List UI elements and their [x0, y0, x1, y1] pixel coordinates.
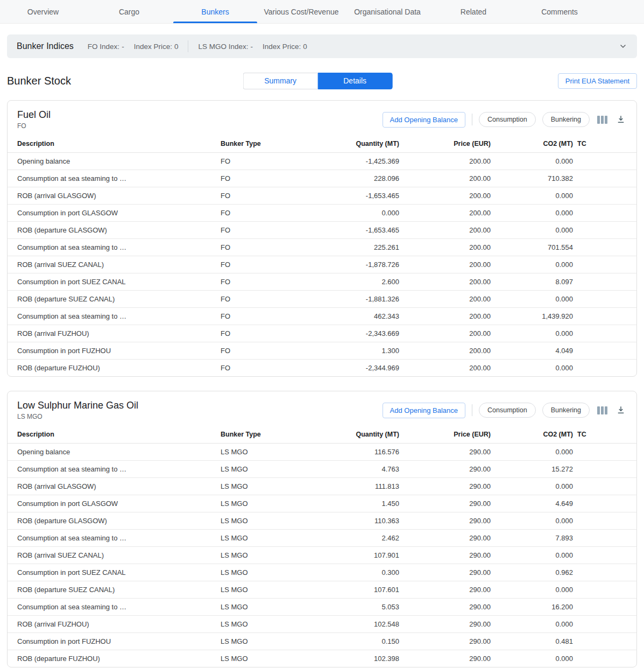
table-row: Consumption in port FUZHOULS MGO0.150290…	[8, 633, 636, 650]
table-cell: LS MGO	[218, 478, 341, 495]
table-cell: 710.382	[493, 170, 575, 187]
table-cell	[575, 564, 636, 581]
table-cell	[575, 222, 636, 239]
table-cell: FO	[218, 360, 341, 377]
table-cell: 290.00	[401, 616, 493, 633]
fuel-oil-card: Fuel Oil FO Add Opening Balance Consumpt…	[7, 100, 637, 377]
table-cell	[575, 512, 636, 530]
table-cell: LS MGO	[218, 633, 341, 650]
header-bunker-type: Bunker Type	[218, 135, 341, 153]
table-cell: Consumption in port FUZHOU	[8, 633, 218, 650]
table-cell: Consumption in port FUZHOU	[8, 342, 218, 360]
table-cell: 7.893	[493, 530, 575, 547]
table-cell: 0.000	[493, 444, 575, 461]
table-cell: 1.300	[341, 342, 401, 360]
lsmgo-index-value: -	[250, 43, 253, 51]
table-cell: 200.00	[401, 342, 493, 360]
table-cell: FO	[218, 187, 341, 205]
columns-icon[interactable]	[596, 405, 608, 416]
table-row: Consumption in port SUEZ CANALFO2.600200…	[8, 273, 636, 291]
table-cell: 16.200	[493, 599, 575, 616]
table-cell: 0.000	[493, 325, 575, 342]
table-row: Consumption at sea steaming to …LS MGO2.…	[8, 530, 636, 547]
table-cell: 8.097	[493, 273, 575, 291]
table-cell: LS MGO	[218, 581, 341, 599]
add-opening-balance-button[interactable]: Add Opening Balance	[383, 112, 465, 128]
page-header: Bunker Stock Summary Details Print EUA S…	[7, 72, 637, 89]
table-cell: Consumption in port SUEZ CANAL	[8, 564, 218, 581]
bunkering-button[interactable]: Bunkering	[542, 112, 590, 127]
consumption-button[interactable]: Consumption	[479, 112, 536, 127]
details-toggle-button[interactable]: Details	[317, 73, 392, 89]
download-icon[interactable]	[615, 404, 627, 416]
table-row: Consumption at sea steaming to …LS MGO5.…	[8, 599, 636, 616]
consumption-button[interactable]: Consumption	[479, 403, 536, 418]
header-description: Description	[8, 135, 218, 153]
table-cell: 200.00	[401, 205, 493, 222]
table-cell: 290.00	[401, 633, 493, 650]
header-description: Description	[8, 426, 218, 444]
table-cell: Consumption in port GLASGOW	[8, 205, 218, 222]
table-cell	[575, 256, 636, 273]
table-row: Consumption in port GLASGOWLS MGO1.45029…	[8, 495, 636, 512]
table-cell: 200.00	[401, 222, 493, 239]
tab-overview[interactable]: Overview	[0, 0, 86, 23]
table-cell: 200.00	[401, 291, 493, 308]
table-cell: LS MGO	[218, 599, 341, 616]
tab-organisational-data[interactable]: Organisational Data	[344, 0, 430, 23]
table-cell: 200.00	[401, 153, 493, 170]
table-row: Consumption at sea steaming to …FO225.26…	[8, 239, 636, 256]
columns-icon[interactable]	[596, 114, 608, 125]
table-cell	[575, 187, 636, 205]
table-cell: LS MGO	[218, 650, 341, 667]
summary-toggle-button[interactable]: Summary	[243, 73, 317, 89]
tab-various-cost-revenue[interactable]: Various Cost/Revenue	[258, 0, 344, 23]
table-cell: 200.00	[401, 239, 493, 256]
table-cell: Consumption in port SUEZ CANAL	[8, 273, 218, 291]
table-row: ROB (arrival GLASGOW)LS MGO111.813290.00…	[8, 478, 636, 495]
tab-related[interactable]: Related	[430, 0, 516, 23]
table-cell	[575, 153, 636, 170]
table-cell: -1,881.326	[341, 291, 401, 308]
table-cell: ROB (arrival FUZHOU)	[8, 616, 218, 633]
bunkering-button[interactable]: Bunkering	[542, 403, 590, 418]
tab-cargo[interactable]: Cargo	[86, 0, 172, 23]
table-cell: 290.00	[401, 530, 493, 547]
tab-comments[interactable]: Comments	[516, 0, 603, 23]
table-cell: ROB (departure SUEZ CANAL)	[8, 581, 218, 599]
table-cell: FO	[218, 256, 341, 273]
table-cell	[575, 461, 636, 478]
add-opening-balance-button[interactable]: Add Opening Balance	[383, 403, 465, 418]
table-cell: Consumption in port GLASGOW	[8, 495, 218, 512]
table-cell: ROB (arrival SUEZ CANAL)	[8, 256, 218, 273]
table-cell: 0.000	[493, 153, 575, 170]
table-cell: 462.343	[341, 308, 401, 325]
actions-divider	[472, 114, 472, 125]
table-cell: ROB (departure FUZHOU)	[8, 650, 218, 667]
lsmgo-index-label: LS MGO Index:	[198, 43, 248, 51]
top-tab-bar: Overview Cargo Bunkers Various Cost/Reve…	[0, 0, 644, 24]
table-cell: Consumption at sea steaming to …	[8, 239, 218, 256]
table-cell	[575, 444, 636, 461]
chevron-down-icon[interactable]	[619, 42, 627, 51]
tab-bunkers[interactable]: Bunkers	[172, 0, 258, 23]
card-title: Low Sulphur Marine Gas Oil	[17, 400, 138, 411]
print-eua-statement-button[interactable]: Print EUA Statement	[558, 73, 637, 89]
table-cell: 1.450	[341, 495, 401, 512]
table-cell	[575, 616, 636, 633]
lsmgo-index-price: Index Price:0	[263, 43, 307, 51]
table-row: Consumption in port SUEZ CANALLS MGO0.30…	[8, 564, 636, 581]
table-cell: 200.00	[401, 308, 493, 325]
table-cell: 290.00	[401, 547, 493, 564]
table-cell: FO	[218, 291, 341, 308]
table-row: Opening balanceFO-1,425.369200.000.000	[8, 153, 636, 170]
table-cell: -1,425.369	[341, 153, 401, 170]
table-cell: 0.000	[493, 547, 575, 564]
table-row: Consumption at sea steaming to …FO228.09…	[8, 170, 636, 187]
indices-divider	[188, 40, 188, 52]
table-cell	[575, 599, 636, 616]
download-icon[interactable]	[615, 114, 627, 125]
fo-index-label: FO Index:	[88, 43, 119, 51]
card-header: Fuel Oil FO Add Opening Balance Consumpt…	[8, 101, 636, 135]
card-subtitle: LS MGO	[17, 413, 138, 420]
